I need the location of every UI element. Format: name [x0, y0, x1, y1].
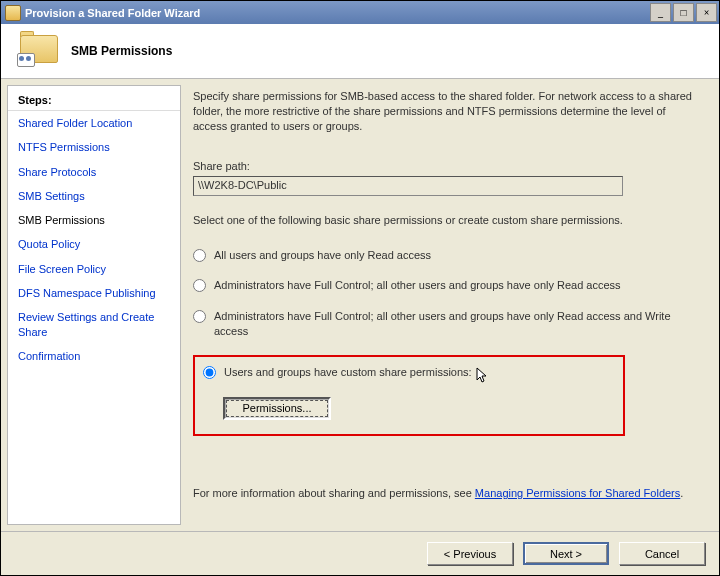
description-text: Specify share permissions for SMB-based …: [193, 89, 701, 134]
sidebar-step[interactable]: Share Protocols: [8, 160, 180, 184]
content-pane: Specify share permissions for SMB-based …: [187, 85, 713, 525]
managing-permissions-link[interactable]: Managing Permissions for Shared Folders: [475, 487, 680, 499]
radio-label: Administrators have Full Control; all ot…: [214, 309, 701, 339]
radio-input[interactable]: [203, 366, 216, 379]
previous-button[interactable]: < Previous: [427, 542, 513, 565]
folder-share-icon: [17, 33, 61, 69]
sidebar-step[interactable]: SMB Permissions: [8, 208, 180, 232]
maximize-button[interactable]: □: [673, 3, 694, 22]
header: SMB Permissions: [1, 24, 719, 79]
sidebar-step[interactable]: SMB Settings: [8, 184, 180, 208]
sidebar-step[interactable]: Quota Policy: [8, 232, 180, 256]
footer: < Previous Next > Cancel: [1, 531, 719, 575]
radio-option-custom[interactable]: Users and groups have custom share permi…: [203, 365, 615, 383]
instruction-text: Select one of the following basic share …: [193, 214, 701, 226]
sidebar-step[interactable]: DFS Namespace Publishing: [8, 281, 180, 305]
radio-option-read-only[interactable]: All users and groups have only Read acce…: [193, 248, 701, 263]
app-icon: [5, 5, 21, 21]
radio-label: Administrators have Full Control; all ot…: [214, 278, 621, 293]
radio-input[interactable]: [193, 279, 206, 292]
radio-label: Users and groups have custom share permi…: [224, 365, 472, 380]
sharepath-label: Share path:: [193, 160, 701, 172]
minimize-button[interactable]: _: [650, 3, 671, 22]
sidebar-step[interactable]: File Screen Policy: [8, 257, 180, 281]
cancel-button[interactable]: Cancel: [619, 542, 705, 565]
radio-option-admin-full-read[interactable]: Administrators have Full Control; all ot…: [193, 278, 701, 293]
next-button[interactable]: Next >: [523, 542, 609, 565]
page-title: SMB Permissions: [71, 44, 172, 58]
steps-heading: Steps:: [8, 90, 180, 111]
highlight-annotation: Users and groups have custom share permi…: [193, 355, 625, 436]
permissions-button[interactable]: Permissions...: [223, 397, 331, 420]
window-title: Provision a Shared Folder Wizard: [25, 7, 650, 19]
sidebar-step[interactable]: Shared Folder Location: [8, 111, 180, 135]
sharepath-field: \\W2K8-DC\Public: [193, 176, 623, 196]
more-info-text: For more information about sharing and p…: [193, 486, 701, 501]
radio-input[interactable]: [193, 310, 206, 323]
sidebar-step[interactable]: NTFS Permissions: [8, 135, 180, 159]
wizard-window: Provision a Shared Folder Wizard _ □ × S…: [0, 0, 720, 576]
sidebar-step[interactable]: Review Settings and Create Share: [8, 305, 180, 344]
radio-option-admin-full-readwrite[interactable]: Administrators have Full Control; all ot…: [193, 309, 701, 339]
cursor-icon: [476, 367, 490, 385]
radio-label: All users and groups have only Read acce…: [214, 248, 431, 263]
close-button[interactable]: ×: [696, 3, 717, 22]
radio-input[interactable]: [193, 249, 206, 262]
titlebar[interactable]: Provision a Shared Folder Wizard _ □ ×: [1, 1, 719, 24]
steps-sidebar: Steps: Shared Folder LocationNTFS Permis…: [7, 85, 181, 525]
sidebar-step[interactable]: Confirmation: [8, 344, 180, 368]
